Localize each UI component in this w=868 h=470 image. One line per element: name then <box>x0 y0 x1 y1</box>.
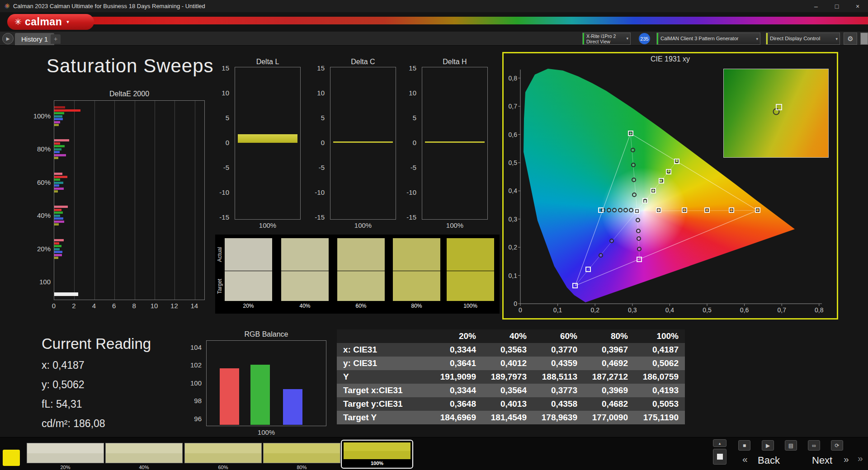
target-swatch <box>393 271 440 301</box>
next-button[interactable]: Next <box>812 455 832 466</box>
pattern-window-button[interactable] <box>713 449 726 465</box>
table-row-label: Target Y <box>337 411 432 424</box>
refresh-button[interactable]: ⟳ <box>831 440 843 451</box>
deltae-bar <box>54 257 58 259</box>
delta-h-xlabel: 100% <box>422 221 488 229</box>
table-header-cell <box>337 329 432 343</box>
display-control-dropdown[interactable]: Direct Display Control ▾ <box>766 33 840 45</box>
current-reading-fl: fL: 54,31 <box>42 398 82 410</box>
save-button[interactable]: ▤ <box>785 440 797 451</box>
stop-button[interactable]: ■ <box>738 440 750 451</box>
back-button[interactable]: Back <box>758 455 780 466</box>
axis-tick-label: 0,8 <box>815 306 823 314</box>
table-row: Target y:CIE310,36480,40130,43580,46820,… <box>337 397 685 411</box>
deltae-bar <box>54 239 64 241</box>
table-cell: 0,5062 <box>634 357 685 370</box>
maximize-button[interactable]: □ <box>826 0 847 12</box>
add-tab-button[interactable]: + <box>51 34 61 44</box>
current-reading-y: y: 0,5062 <box>42 379 85 391</box>
logo-row: ✳ calman ▾ <box>0 12 868 32</box>
delta-c-xlabel: 100% <box>330 221 396 229</box>
swatch-label: 40% <box>281 303 329 309</box>
axis-tick-label: -10 <box>307 188 325 196</box>
axis-tick-label: -10 <box>398 188 416 196</box>
delta-bar <box>333 141 393 143</box>
edge-chevron-icon[interactable]: » <box>858 453 863 464</box>
calman-logo-menu[interactable]: ✳ calman ▾ <box>7 14 94 30</box>
actual-swatch <box>337 238 385 271</box>
saturation-swatch-40%[interactable] <box>105 443 183 463</box>
axis-tick-label: -15 <box>211 213 229 221</box>
swatch-column: 100% <box>447 235 494 314</box>
deltae-bar <box>54 212 63 214</box>
axis-tick-label: 5 <box>211 114 229 122</box>
close-button[interactable]: × <box>847 0 868 12</box>
delta-bar <box>425 141 485 143</box>
table-row-label: y: CIE31 <box>337 357 432 370</box>
deltae-bar <box>54 121 60 123</box>
deltae-bar <box>54 173 62 175</box>
axis-tick-label: 10 <box>211 89 229 97</box>
play-button[interactable]: ▶ <box>762 440 774 451</box>
axis-tick-label: 0,5 <box>501 159 517 166</box>
meter-count-badge[interactable]: 235 <box>639 33 650 44</box>
saturation-swatch-100-selected[interactable]: 100% <box>341 440 413 469</box>
edge-panel-button[interactable] <box>860 33 868 45</box>
delta-c-plot <box>330 67 396 220</box>
table-cell: 189,7973 <box>482 370 533 384</box>
table-row-label: Target x:CIE31 <box>337 384 432 397</box>
swatch-label: 80% <box>393 303 440 309</box>
target-marker <box>776 104 782 110</box>
table-cell: 0,3648 <box>432 397 482 411</box>
delta-h-plot <box>422 67 488 220</box>
panel-expand-button[interactable]: ▴ <box>713 439 726 447</box>
deltae-bar <box>54 184 59 187</box>
app-icon: ✳ <box>5 3 9 9</box>
rgb-balance-bar <box>283 389 302 425</box>
measurement-marker <box>609 239 614 243</box>
axis-tick-label: 0 <box>519 306 522 314</box>
tab-history-1[interactable]: History 1 <box>15 33 54 45</box>
settings-button[interactable]: ⚙ <box>844 33 857 45</box>
axis-tick-label: 60% <box>5 179 51 186</box>
measurement-marker <box>612 208 617 212</box>
axis-tick-label: 0,7 <box>777 306 786 314</box>
saturation-swatch-20%[interactable] <box>27 443 104 463</box>
minimize-button[interactable]: – <box>806 0 826 12</box>
delta-h-title: Delta H <box>422 58 488 66</box>
cie-zoom-inset <box>723 69 829 158</box>
deltae-bar <box>54 190 58 193</box>
table-cell: 177,0090 <box>584 411 634 424</box>
table-row: Target Y184,6969181,4549178,9639177,0090… <box>337 411 685 424</box>
axis-tick-label: 5 <box>307 114 325 122</box>
active-patch-color[interactable] <box>3 450 20 466</box>
deltae-bar <box>54 115 62 118</box>
actual-target-swatch-strip: Actual Target 20%40%60%80%100% <box>215 235 500 314</box>
swatch-color <box>344 442 410 459</box>
axis-tick-label: 0,5 <box>703 306 711 314</box>
table-cell: 188,5113 <box>533 370 584 384</box>
link-button[interactable]: ∞ <box>808 440 820 451</box>
axis-tick-label: -5 <box>211 164 229 171</box>
saturation-swatch-80%[interactable] <box>263 443 340 463</box>
pattern-generator-dropdown[interactable]: CalMAN Client 3 Pattern Generator ▾ <box>656 33 760 45</box>
axis-tick-label: 0 <box>307 139 325 146</box>
saturation-swatch-60%[interactable] <box>184 443 262 463</box>
gridline <box>175 101 175 300</box>
table-header-cell: 100% <box>634 329 685 343</box>
deltae-bar <box>54 112 64 114</box>
delta-l-title: Delta L <box>235 58 301 66</box>
target-marker <box>659 178 664 183</box>
target-marker <box>598 207 604 213</box>
axis-tick-label: 5 <box>398 114 416 122</box>
swatch-label: 60% <box>337 303 385 309</box>
layout-nav-button[interactable]: ▶ <box>2 33 14 44</box>
meter-dropdown[interactable]: X-Rite i1Pro 2 Direct View ▾ <box>582 33 631 45</box>
swatch-column: 60% <box>337 235 385 314</box>
meter-status-accent <box>583 33 584 44</box>
axis-tick-label: 98 <box>183 397 202 404</box>
gear-icon: ⚙ <box>847 35 853 42</box>
axis-tick-label: 0,2 <box>590 306 599 314</box>
gridline <box>114 101 115 300</box>
deltae-chart-title: DeltaE 2000 <box>54 90 205 98</box>
